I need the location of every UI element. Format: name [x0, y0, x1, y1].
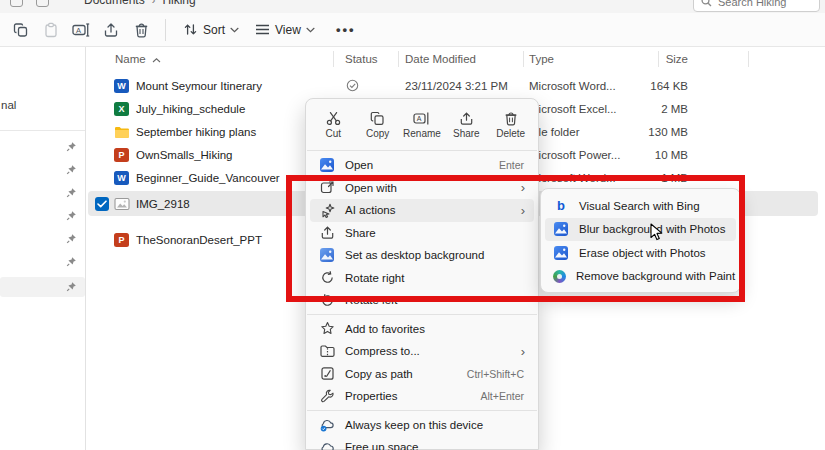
delete-button[interactable]	[126, 17, 156, 43]
nav-item-personal-fragment[interactable]: nal	[1, 99, 16, 111]
submenu-item-visual-search-bing[interactable]: b Visual Search with Bing	[545, 194, 736, 218]
sort-label: Sort	[203, 23, 225, 37]
column-divider[interactable]	[398, 51, 399, 67]
rotate-left-icon	[320, 293, 335, 308]
pin-icon	[66, 164, 77, 175]
svg-text:A: A	[76, 25, 81, 34]
submenu-item-blur-background-photos[interactable]: Blur background with Photos	[545, 218, 736, 242]
svg-text:A: A	[417, 115, 422, 122]
delete-icon	[504, 111, 518, 126]
menu-item-always-keep-on-device[interactable]: Always keep on this device	[310, 414, 534, 437]
file-date: 23/11/2024 3:21 PM	[405, 74, 508, 97]
shortcut-copy-as-path: Ctrl+Shift+C	[467, 368, 524, 380]
paste-icon	[43, 22, 59, 38]
more-options-button[interactable]: •••	[331, 17, 361, 43]
breadcrumb-separator: ›	[152, 0, 156, 6]
cut-label: Cut	[326, 128, 342, 139]
rename-icon: A	[72, 22, 90, 38]
nav-button-icon[interactable]	[10, 0, 23, 7]
breadcrumb[interactable]: Documents›Hiking	[84, 0, 196, 7]
nav-pinned-item[interactable]	[0, 252, 85, 272]
file-name: July_hiking_schedule	[136, 97, 245, 120]
nav-pinned-item[interactable]	[0, 137, 85, 157]
menu-item-rotate-left[interactable]: Rotate left	[310, 289, 534, 312]
nav-pinned-item-highlighted[interactable]	[0, 277, 85, 297]
copy-button[interactable]	[6, 17, 36, 43]
column-divider[interactable]	[523, 51, 524, 67]
file-name: September hiking plans	[136, 120, 256, 143]
menu-item-rotate-right[interactable]: Rotate right	[310, 267, 534, 290]
rename-label: Rename	[403, 128, 441, 139]
folder-icon	[114, 125, 130, 139]
sync-status-icon	[346, 74, 359, 97]
context-menu: Cut Copy A Rename Share Delete Open	[305, 98, 539, 450]
address-bar: Documents›Hiking Search Hiking	[0, 0, 825, 13]
column-header-status[interactable]: Status	[345, 49, 378, 69]
menu-separator	[307, 150, 537, 151]
menu-item-compress-to[interactable]: Compress to... ›	[310, 340, 534, 363]
menu-item-set-desktop-background[interactable]: Set as desktop background	[310, 244, 534, 267]
share-button[interactable]	[96, 17, 126, 43]
nav-separator	[0, 130, 85, 131]
column-divider[interactable]	[658, 51, 659, 67]
menu-item-open-with[interactable]: Open with ›	[310, 177, 534, 200]
column-header-name[interactable]: Name	[115, 49, 161, 69]
column-header-size[interactable]: Size	[600, 49, 688, 69]
powerpoint-file-icon: P	[114, 233, 129, 247]
cut-button[interactable]: Cut	[312, 107, 354, 143]
nav-pinned-item[interactable]	[0, 183, 85, 203]
chevron-down-icon	[306, 27, 315, 33]
submenu-item-erase-object-photos[interactable]: Erase object with Photos	[545, 241, 736, 265]
zip-folder-icon	[320, 344, 335, 358]
search-input[interactable]: Search Hiking	[693, 0, 820, 12]
menu-item-ai-actions[interactable]: AI actions ›	[310, 199, 534, 222]
nav-pinned-item[interactable]	[0, 229, 85, 249]
image-file-icon	[114, 197, 130, 211]
breadcrumb-documents[interactable]: Documents	[84, 0, 145, 7]
column-divider[interactable]	[748, 51, 749, 67]
search-text: Search Hiking	[718, 0, 786, 8]
rename-button[interactable]: A	[66, 17, 96, 43]
refresh-button-icon[interactable]	[36, 0, 49, 7]
paint-app-icon	[553, 270, 566, 283]
submenu-item-remove-background-paint[interactable]: Remove background with Paint	[545, 265, 736, 289]
share-icon	[320, 225, 335, 240]
menu-item-open[interactable]: Open Enter	[310, 154, 534, 177]
file-size: 1 MB	[600, 166, 688, 189]
word-file-icon: W	[114, 171, 129, 185]
breadcrumb-hiking[interactable]: Hiking	[162, 0, 195, 7]
column-divider[interactable]	[333, 51, 334, 67]
column-header-type[interactable]: Type	[529, 49, 554, 69]
view-button[interactable]: View	[247, 17, 323, 43]
pin-icon	[66, 233, 77, 244]
shortcut-properties: Alt+Enter	[481, 390, 524, 402]
row-checkbox-checked[interactable]	[95, 197, 109, 211]
menu-item-properties[interactable]: Properties Alt+Enter	[310, 385, 534, 408]
rotate-right-icon	[320, 270, 335, 285]
open-with-icon	[320, 180, 335, 195]
toolbar-divider	[165, 19, 166, 41]
menu-item-copy-as-path[interactable]: Copy as path Ctrl+Shift+C	[310, 363, 534, 386]
share-button[interactable]: Share	[445, 107, 487, 143]
nav-pinned-item[interactable]	[0, 160, 85, 180]
paste-button[interactable]	[36, 17, 66, 43]
rename-button[interactable]: A Rename	[401, 107, 443, 143]
menu-item-add-to-favorites[interactable]: Add to favorites	[310, 318, 534, 341]
sort-button[interactable]: Sort	[175, 17, 247, 43]
file-explorer-window: Documents›Hiking Search Hiking A Sort	[0, 0, 825, 450]
nav-pinned-item[interactable]	[0, 206, 85, 226]
delete-button[interactable]: Delete	[490, 107, 532, 143]
column-header-date[interactable]: Date Modified	[405, 49, 476, 69]
menu-item-free-up-space[interactable]: Free up space	[310, 436, 534, 450]
file-name: IMG_2918	[136, 191, 190, 216]
cut-icon	[326, 111, 341, 126]
submenu-chevron-icon: ›	[521, 181, 525, 194]
file-name: Beginner_Guide_Vancouver	[136, 166, 280, 189]
copy-button[interactable]: Copy	[357, 107, 399, 143]
file-row-mount-seymour[interactable]: W Mount Seymour Itinerary 23/11/2024 3:2…	[88, 74, 818, 97]
rename-icon: A	[413, 111, 430, 126]
submenu-chevron-icon: ›	[521, 345, 525, 358]
copy-label: Copy	[366, 128, 389, 139]
file-name: TheSonoranDesert_PPT	[136, 228, 262, 251]
menu-item-share[interactable]: Share	[310, 222, 534, 245]
